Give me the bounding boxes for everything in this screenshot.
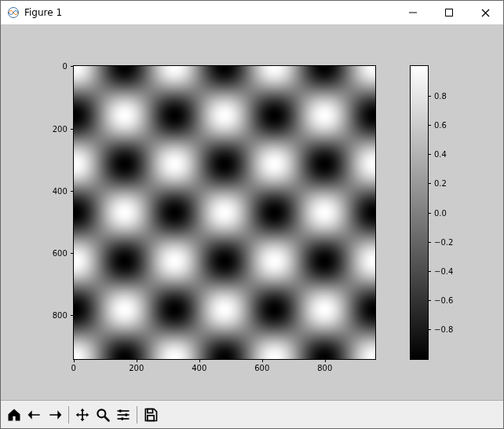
- x-tick-label: 400: [192, 364, 206, 372]
- x-tick-label: 0: [71, 364, 76, 372]
- close-button[interactable]: [467, 1, 503, 24]
- toolbar-separator: [68, 406, 69, 424]
- colorbar: [411, 66, 428, 358]
- zoom-button[interactable]: [93, 405, 113, 425]
- pan-button[interactable]: [72, 405, 93, 425]
- forward-button[interactable]: [45, 405, 65, 425]
- figure-canvas[interactable]: 02004006008000200400600800−0.8−0.6−0.4−0…: [1, 25, 503, 400]
- svg-rect-10: [119, 409, 122, 412]
- svg-rect-12: [122, 417, 124, 420]
- titlebar[interactable]: Figure 1: [1, 1, 503, 25]
- y-tick-label: 400: [53, 186, 68, 195]
- colorbar-tick-label: 0.8: [434, 91, 447, 100]
- svg-line-6: [105, 416, 109, 420]
- x-tick-label: 200: [129, 364, 144, 372]
- svg-rect-14: [148, 415, 154, 420]
- svg-rect-2: [446, 9, 453, 16]
- colorbar-tick-label: −0.6: [434, 296, 453, 305]
- y-tick-label: 600: [53, 248, 68, 257]
- heatmap-axes[interactable]: [74, 66, 375, 358]
- window-title: Figure 1: [24, 7, 62, 18]
- save-button[interactable]: [141, 405, 161, 425]
- colorbar-tick-label: 0.2: [434, 179, 447, 188]
- y-tick-label: 800: [53, 311, 68, 320]
- svg-rect-13: [148, 409, 153, 412]
- x-tick-label: 800: [317, 364, 332, 372]
- colorbar-tick-label: −0.2: [434, 237, 453, 246]
- toolbar: [1, 400, 503, 428]
- app-icon: [7, 6, 20, 19]
- configure-button[interactable]: [113, 405, 133, 425]
- minimize-button[interactable]: [395, 1, 431, 24]
- y-tick-label: 0: [62, 62, 67, 71]
- back-button[interactable]: [24, 405, 45, 425]
- colorbar-tick-label: −0.4: [434, 266, 453, 275]
- colorbar-tick-label: 0.6: [434, 120, 447, 129]
- toolbar-separator: [137, 406, 137, 424]
- colorbar-tick-label: 0.0: [434, 208, 447, 217]
- x-tick-label: 600: [254, 364, 269, 372]
- colorbar-tick-label: −0.8: [434, 325, 453, 334]
- maximize-button[interactable]: [431, 1, 467, 24]
- svg-rect-11: [126, 413, 128, 416]
- app-window: Figure 1 02004006008000200400600800−0.8−…: [0, 0, 504, 429]
- colorbar-tick-label: 0.4: [434, 150, 447, 159]
- home-button[interactable]: [4, 405, 24, 425]
- y-tick-label: 200: [53, 124, 68, 133]
